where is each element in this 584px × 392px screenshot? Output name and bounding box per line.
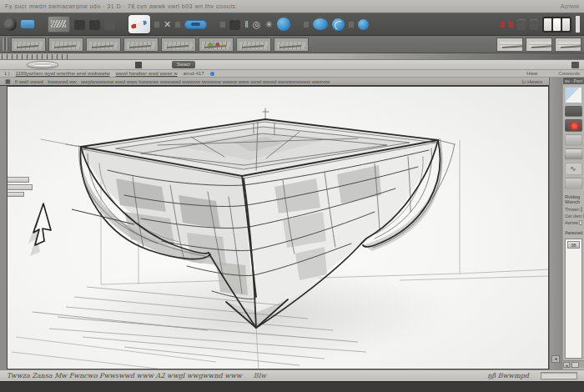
menu-items-text[interactable]: Fy sucr mwdn swmacwrgnw udo · 31 D · 78 …: [5, 3, 235, 9]
style-thumbnail-bar: [0, 36, 584, 53]
list-item-button[interactable]: 9B: [567, 241, 580, 249]
status-mid-text: Blw: [254, 372, 266, 379]
tool-icon-b[interactable]: [89, 19, 100, 30]
options-link-1[interactable]: 1199ywrlwm wywl wrwrthw wrwl wwbwwlw: [16, 71, 110, 76]
options-right-1[interactable]: Hww: [526, 71, 537, 76]
view-toggle-left[interactable]: [544, 18, 551, 31]
tick-mark-icon-c[interactable]: [220, 22, 225, 28]
orbit-icon[interactable]: [332, 18, 345, 31]
tick-mark-icon-b[interactable]: [175, 22, 180, 28]
star-icon[interactable]: ✳: [264, 20, 272, 29]
panel-list-box[interactable]: 9B: [565, 239, 582, 359]
status-bar: Twwza Zansa Mw Fwncwo Pwwswwd www A2 wwg…: [0, 369, 584, 381]
section-label: Rvldwg Wwnch: [565, 194, 582, 205]
status-left-text: Twwza Zansa Mw Fwncwo Pwwswwd www A2 wwg…: [7, 372, 242, 379]
panel-collapse-button[interactable]: ◂: [551, 355, 560, 363]
field-input[interactable]: [579, 220, 582, 225]
panel-button-2[interactable]: [565, 178, 582, 189]
bar-end-nub: [571, 62, 579, 68]
style-thumbnail-7[interactable]: [274, 38, 309, 52]
style-thumbnail-5[interactable]: [161, 38, 196, 52]
main-toolbar: ✕ ‖ ◎ ✳: [0, 13, 584, 36]
style-thumbnail-4[interactable]: [123, 38, 159, 52]
panel-gutter: ◂: [549, 78, 562, 369]
dark-tool-button[interactable]: [565, 106, 582, 117]
red-flag-icon-a[interactable]: [501, 22, 505, 28]
shaded-sphere-icon[interactable]: [4, 18, 17, 31]
panel-button-1[interactable]: [565, 134, 582, 146]
window-icon: ▦: [5, 78, 11, 85]
status-dot-icon: [210, 72, 214, 76]
viewport-title-text: If wwll wwwd · bwwwwd ww · wwplwwwwww ww…: [15, 79, 330, 84]
selection-rect-icon[interactable]: [21, 20, 34, 28]
tool-icon-c[interactable]: [104, 19, 115, 30]
mini-tool-palette[interactable]: [8, 177, 36, 199]
panel-field-row: Thrwwn: [565, 207, 582, 212]
panel-field-row: Awrww: [565, 220, 582, 225]
zoom-value: airud 417: [183, 71, 204, 76]
field-label: Thrwwn: [565, 207, 580, 212]
curve-editor-button[interactable]: [565, 163, 582, 175]
panel-field-row: Cwt dwm: [565, 214, 582, 219]
options-prefix: 1 |: [4, 71, 10, 76]
options-bar: 1 | 1199ywrlwm wywl wrwrthw wrwl wwbwwlw…: [0, 70, 584, 78]
advanced-label[interactable]: Awwcwd: [565, 230, 582, 235]
measurements-box[interactable]: [541, 372, 577, 379]
options-right-2[interactable]: Cwwwrds: [558, 71, 580, 76]
record-button[interactable]: [565, 119, 582, 132]
style-thumbnail-6[interactable]: [236, 38, 271, 52]
pause-icon[interactable]: ‖: [244, 20, 249, 29]
scene-thumbnail-2[interactable]: [526, 38, 552, 52]
field-label: Cwt dwm: [565, 214, 582, 219]
pan-icon[interactable]: [358, 19, 369, 30]
paint-blob-icon[interactable]: [313, 18, 328, 30]
style-preview-button[interactable]: [565, 87, 582, 103]
right-side-panel: wv · Pwnl Rvldwg Wwnch Thrwwn Cwt dwm Aw…: [562, 78, 584, 369]
red-flag-icon-b[interactable]: [509, 22, 513, 28]
menu-bar: Fy sucr mwdn swmacwrgnw udo · 31 D · 78 …: [0, 0, 584, 13]
viewport-title-bar: ▦ If wwll wwwd · bwwwwd ww · wwplwwwwww …: [0, 78, 584, 86]
swirl-blue-icon[interactable]: [277, 18, 290, 31]
small-gray-button-a[interactable]: [517, 19, 526, 30]
tick-mark-icon-d[interactable]: [304, 22, 309, 28]
dark-square-icon-a[interactable]: [229, 19, 240, 30]
sketched-cursor-icon: [28, 204, 51, 256]
sketch-style-icon[interactable]: [48, 16, 70, 33]
scene-thumbnail-1[interactable]: [496, 38, 523, 52]
measure-cross-icon[interactable]: ✕: [164, 20, 171, 29]
options-link-2[interactable]: wwwl hwwbwr wwd wwwr w: [115, 71, 177, 76]
style-thumbnail-3[interactable]: [86, 38, 121, 52]
style-thumbnail-2[interactable]: [48, 38, 83, 52]
status-right-text: ŋβ Bwwmpd: [487, 372, 529, 379]
ring-icon[interactable]: ◎: [253, 20, 261, 29]
quick-action-button[interactable]: Swwcr: [172, 61, 195, 68]
cad-application-window: Fy sucr mwdn swmacwrgnw udo · 31 D · 78 …: [0, 0, 584, 392]
scroll-left-arrow[interactable]: ◂: [563, 362, 570, 368]
bottom-dock-bar: [0, 381, 584, 392]
view-toggle-center[interactable]: [553, 18, 561, 31]
panel-horizontal-scrollbar[interactable]: ◂: [563, 360, 584, 368]
menu-right-text[interactable]: Acnww: [561, 3, 579, 9]
scroll-thumb[interactable]: [571, 362, 579, 368]
panel-header: wv · Pwnl: [563, 78, 584, 84]
field-input[interactable]: [581, 207, 582, 212]
scene-thumbnail-3[interactable]: [555, 38, 581, 52]
small-square-icon: [135, 62, 142, 68]
tick-mark-icon-e[interactable]: [349, 22, 354, 28]
style-thumbnail-colored[interactable]: [199, 38, 234, 52]
pencil-logo-icon[interactable]: [128, 15, 150, 33]
small-gray-button-b[interactable]: [530, 19, 538, 30]
field-label: Awrww: [565, 220, 578, 225]
view-toggle-group: [542, 17, 571, 33]
drawing-canvas[interactable]: [7, 86, 549, 369]
dimension-pill-button[interactable]: [184, 20, 207, 29]
tool-icon-a[interactable]: [74, 19, 85, 30]
quick-access-bar: Swwcr: [0, 60, 584, 70]
drag-grip-icon[interactable]: [3, 38, 8, 51]
tick-mark-icon-a[interactable]: [154, 22, 159, 28]
view-toggle-right[interactable]: [562, 18, 570, 31]
toolbar-end-handle[interactable]: [576, 16, 580, 33]
gradient-button[interactable]: [565, 148, 582, 160]
oval-knob-button[interactable]: [27, 61, 58, 68]
style-thumbnail-1[interactable]: [11, 38, 46, 52]
